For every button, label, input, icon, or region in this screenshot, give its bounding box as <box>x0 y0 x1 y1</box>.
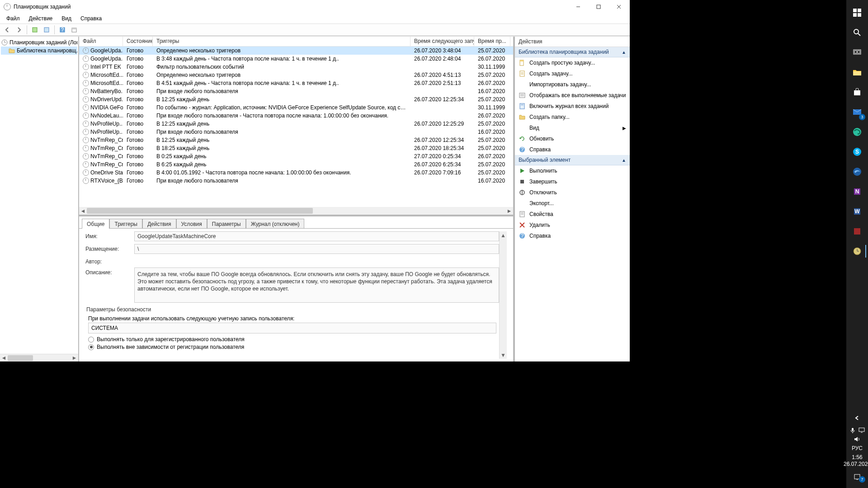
table-row[interactable]: NvProfileUp...ГотовоПри входе любого пол… <box>79 128 513 136</box>
table-row[interactable]: Intel PTT EK ...ГотовоФильтр пользовател… <box>79 63 513 71</box>
action-item[interactable]: Создать задачу... <box>515 68 630 79</box>
table-row[interactable]: NvTmRep_Cr...ГотовоВ 12:25 каждый день26… <box>79 136 513 144</box>
action-item[interactable]: Вид▶ <box>515 122 630 133</box>
table-row[interactable]: MicrosoftEd...ГотовоВ 4:51 каждый день -… <box>79 79 513 87</box>
tab-actions[interactable]: Действия <box>142 219 176 229</box>
scroll-down-icon[interactable]: ▼ <box>500 351 507 359</box>
action-item[interactable]: Экспорт... <box>515 198 630 209</box>
actions-section-selected[interactable]: Выбранный элемент▲ <box>515 155 630 165</box>
scroll-right-icon[interactable]: ► <box>71 354 78 361</box>
security-section-title: Параметры безопасности <box>86 306 499 313</box>
tree-root[interactable]: Планировщик заданий (Лок... <box>1 38 77 47</box>
svg-text:W: W <box>854 208 860 215</box>
table-row[interactable]: RTXVoice_{B2...ГотовоПри входе любого по… <box>79 177 513 185</box>
table-row[interactable]: NvBatteryBo...ГотовоПри входе любого пол… <box>79 87 513 95</box>
action-item[interactable]: Обновить <box>515 133 630 144</box>
scroll-left-icon[interactable]: ◄ <box>79 207 87 215</box>
scroll-left-icon[interactable]: ◄ <box>0 354 8 361</box>
action-item[interactable]: Завершить <box>515 176 630 187</box>
notifications-icon[interactable]: 7 <box>848 471 866 483</box>
action-item[interactable]: Импортировать задачу... <box>515 79 630 90</box>
onenote-icon[interactable]: N <box>848 183 866 201</box>
edge-icon[interactable] <box>848 123 866 141</box>
start-button[interactable] <box>848 4 866 22</box>
col-last[interactable]: Время пр... <box>474 37 510 46</box>
edge-legacy-icon[interactable] <box>848 163 866 181</box>
tab-general[interactable]: Общие <box>82 219 109 229</box>
explorer-icon[interactable] <box>848 63 866 81</box>
action-item[interactable]: Удалить <box>515 220 630 230</box>
menu-view[interactable]: Вид <box>58 14 75 23</box>
mic-icon[interactable] <box>849 427 856 433</box>
actions-section-library[interactable]: Библиотека планировщика заданий▲ <box>515 47 630 57</box>
action-item[interactable]: ?Справка <box>515 230 630 241</box>
language-indicator[interactable]: РУС <box>852 445 863 451</box>
taskbar-clock[interactable]: 1:56 26.07.2020 <box>844 454 868 467</box>
table-row[interactable]: GoogleUpda...ГотовоВ 3:48 каждый день - … <box>79 55 513 63</box>
list-hscrollbar[interactable]: ◄ ► <box>79 207 513 215</box>
tab-settings[interactable]: Параметры <box>207 219 246 229</box>
run-task-icon[interactable] <box>41 24 52 35</box>
blank-icon <box>519 124 526 131</box>
maximize-button[interactable] <box>588 0 609 14</box>
project-icon[interactable] <box>859 427 865 433</box>
action-item[interactable]: Свойства <box>515 209 630 220</box>
table-row[interactable]: MicrosoftEd...ГотовоОпределено несколько… <box>79 71 513 79</box>
calendar-icon[interactable] <box>69 24 80 35</box>
new-task-icon[interactable] <box>29 24 40 35</box>
tab-conditions[interactable]: Условия <box>176 219 207 229</box>
table-row[interactable]: NvTmRep_Cr...ГотовоВ 0:25 каждый день27.… <box>79 152 513 160</box>
action-item[interactable]: Отключить <box>515 187 630 198</box>
radio-logged-on[interactable]: Выполнять только для зарегистрированного… <box>88 336 499 343</box>
menu-file[interactable]: Файл <box>3 14 24 23</box>
task-view-icon[interactable] <box>848 43 866 61</box>
action-item[interactable]: Создать простую задачу... <box>515 57 630 68</box>
volume-icon[interactable] <box>854 436 861 442</box>
help-icon[interactable]: ? <box>57 24 68 35</box>
menu-action[interactable]: Действие <box>25 14 57 23</box>
field-description[interactable]: Следите за тем, чтобы ваше ПО Google все… <box>134 267 499 303</box>
tab-history[interactable]: Журнал (отключен) <box>246 219 305 229</box>
scroll-up-icon[interactable]: ▲ <box>500 231 507 239</box>
action-item[interactable]: Создать папку... <box>515 112 630 122</box>
taskbar: 3 S N W РУС 1:56 26.07.2020 7 <box>846 0 868 488</box>
detail-vscrollbar[interactable]: ▲ ▼ <box>499 231 507 359</box>
col-triggers[interactable]: Триггеры <box>153 37 410 46</box>
menu-help[interactable]: Справка <box>77 14 105 23</box>
table-row[interactable]: NvNodeLau...ГотовоПри входе любого польз… <box>79 112 513 120</box>
table-row[interactable]: NvTmRep_Cr...ГотовоВ 6:25 каждый день26.… <box>79 160 513 169</box>
tray-expand-icon[interactable] <box>848 413 866 423</box>
col-file[interactable]: Файл <box>79 37 123 46</box>
mail-icon[interactable]: 3 <box>848 103 866 121</box>
table-row[interactable]: GoogleUpda...ГотовоОпределено несколько … <box>79 47 513 55</box>
action-item[interactable]: ?Справка <box>515 144 630 155</box>
minimize-button[interactable] <box>568 0 588 14</box>
table-row[interactable]: NvProfileUp...ГотовоВ 12:25 каждый день2… <box>79 120 513 128</box>
action-item[interactable]: Отображать все выполняемые задачи <box>515 90 630 101</box>
table-row[interactable]: NvTmRep_Cr...ГотовоВ 18:25 каждый день26… <box>79 144 513 152</box>
radio-any-user[interactable]: Выполнять вне зависимости от регистрации… <box>88 344 499 350</box>
field-name[interactable]: GoogleUpdateTaskMachineCore <box>134 231 499 241</box>
app-icon-red[interactable] <box>848 222 866 240</box>
table-row[interactable]: NVIDIA GeFo...ГотовоПо событию - журнал:… <box>79 103 513 112</box>
folder-icon <box>8 47 15 54</box>
back-button[interactable] <box>2 24 13 35</box>
action-item[interactable]: Выполнить <box>515 165 630 176</box>
search-icon[interactable] <box>848 23 866 42</box>
taskbar-scheduler-icon[interactable] <box>848 242 866 260</box>
field-location[interactable]: \ <box>134 244 499 254</box>
word-icon[interactable]: W <box>848 202 866 221</box>
store-icon[interactable] <box>848 83 866 101</box>
scroll-right-icon[interactable]: ► <box>505 207 513 215</box>
table-row[interactable]: NvDriverUpd...ГотовоВ 12:25 каждый день2… <box>79 95 513 103</box>
close-button[interactable] <box>609 0 629 14</box>
action-item[interactable]: Включить журнал всех заданий <box>515 101 630 112</box>
tree-library[interactable]: Библиотека планировщ... <box>1 47 77 55</box>
tree-hscrollbar[interactable]: ◄ ► <box>0 354 78 361</box>
tab-triggers[interactable]: Триггеры <box>109 219 142 229</box>
table-row[interactable]: OneDrive Sta...ГотовоВ 4:00 01.05.1992 -… <box>79 169 513 177</box>
col-state[interactable]: Состояние <box>123 37 153 46</box>
skype-icon[interactable]: S <box>848 143 866 161</box>
forward-button[interactable] <box>14 24 24 35</box>
col-next[interactable]: Время следующего запуска <box>410 37 474 46</box>
